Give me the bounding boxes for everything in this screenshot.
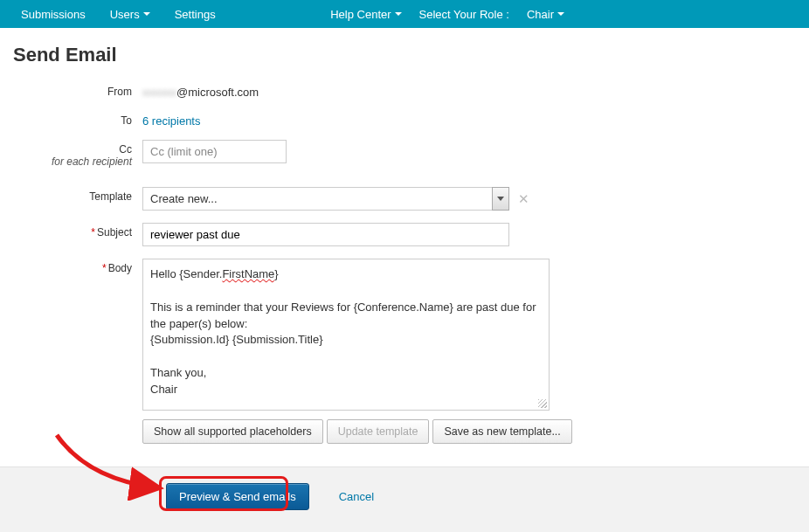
top-nav-bar: Submissions Users Settings Help Center S… — [0, 0, 809, 28]
value-from: xxxxxx@microsoft.com — [142, 82, 259, 99]
page-title: Send Email — [13, 44, 796, 66]
preview-send-button[interactable]: Preview & Send emails — [166, 483, 309, 510]
page-body: Send Email From xxxxxx@microsoft.com To … — [0, 28, 809, 444]
template-select-value: Create new... — [142, 187, 492, 211]
row-template: Template Create new... ✕ — [13, 187, 796, 211]
footer-bar: Preview & Send emails Cancel — [0, 466, 809, 532]
label-cc-sub: for each recipient — [13, 155, 132, 168]
row-body: *Body Hello {Sender.FirstName} This is a… — [13, 259, 796, 444]
label-body: *Body — [13, 259, 142, 274]
body-seg-squiggle: FirstName — [222, 267, 274, 280]
body-input[interactable]: Hello {Sender.FirstName} This is a remin… — [142, 259, 550, 411]
body-seg-1: Hello {Sender. — [150, 267, 222, 280]
label-subject-text: Subject — [97, 226, 132, 238]
cancel-link[interactable]: Cancel — [339, 490, 374, 503]
from-domain-part: @microsoft.com — [176, 86, 259, 99]
label-cc-text: Cc — [119, 143, 132, 155]
nav-settings[interactable]: Settings — [162, 0, 228, 28]
template-clear-icon[interactable]: ✕ — [516, 191, 531, 207]
label-cc: Cc for each recipient — [13, 140, 142, 168]
nav-users[interactable]: Users — [98, 0, 162, 28]
resize-handle-icon[interactable] — [538, 399, 547, 408]
role-select[interactable]: Chair — [518, 0, 573, 28]
show-placeholders-button[interactable]: Show all supported placeholders — [142, 419, 323, 444]
label-body-text: Body — [108, 262, 132, 274]
row-cc: Cc for each recipient — [13, 140, 796, 168]
label-to: To — [13, 111, 142, 127]
template-select[interactable]: Create new... — [142, 187, 509, 211]
role-label: Select Your Role : — [411, 0, 518, 28]
template-button-row: Show all supported placeholders Update t… — [142, 419, 572, 444]
body-seg-2: } — [274, 267, 278, 280]
nav-help-center[interactable]: Help Center — [322, 0, 410, 28]
save-template-button[interactable]: Save as new template... — [432, 419, 571, 444]
nav-left-group: Submissions Users Settings — [9, 0, 228, 28]
label-from: From — [13, 82, 142, 98]
nav-center-group: Help Center Select Your Role : Chair — [322, 0, 573, 28]
body-seg-rest: This is a reminder that your Reviews for… — [150, 301, 539, 396]
nav-submissions[interactable]: Submissions — [9, 0, 98, 28]
row-subject: *Subject — [13, 223, 796, 246]
subject-input[interactable] — [142, 223, 509, 246]
template-select-caret[interactable] — [492, 187, 509, 211]
row-to: To 6 recipients — [13, 111, 796, 128]
recipients-link[interactable]: 6 recipients — [142, 114, 200, 128]
row-from: From xxxxxx@microsoft.com — [13, 82, 796, 99]
label-template: Template — [13, 187, 142, 203]
cc-input[interactable] — [142, 140, 287, 163]
update-template-button: Update template — [327, 419, 430, 444]
label-subject: *Subject — [13, 223, 142, 238]
value-to: 6 recipients — [142, 111, 200, 128]
footer-inner: Preview & Send emails Cancel — [166, 483, 809, 510]
from-hidden-part: xxxxxx — [142, 86, 176, 99]
